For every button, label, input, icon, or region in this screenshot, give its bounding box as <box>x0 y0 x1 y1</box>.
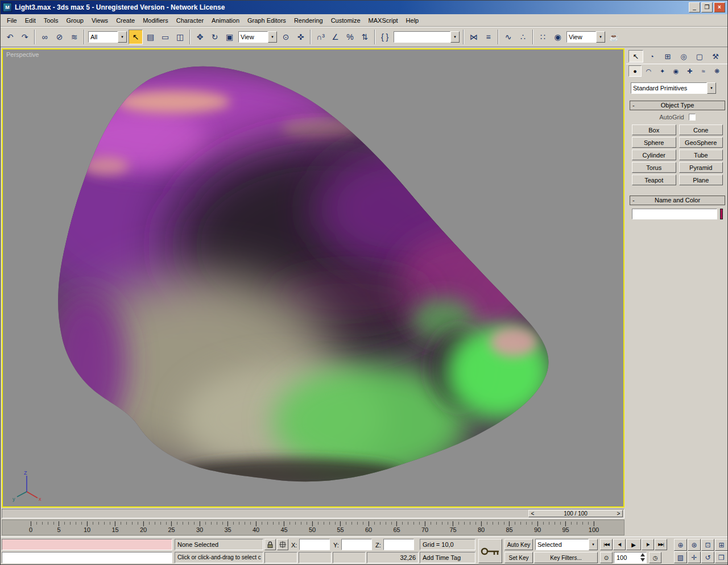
tab-modify[interactable]: ◔ <box>644 50 659 63</box>
menu-item-maxscript[interactable]: MAXScript <box>365 15 402 26</box>
min-max-toggle-button[interactable]: ❒ <box>715 551 728 563</box>
align-button[interactable]: ≡ <box>481 30 495 44</box>
key-step-toggle-button[interactable]: ⊙ <box>600 552 613 563</box>
open-curve-editor-button[interactable]: ∿ <box>501 30 515 44</box>
menu-item-tools[interactable]: Tools <box>40 15 63 26</box>
object-color-swatch[interactable] <box>720 209 723 219</box>
menu-item-group[interactable]: Group <box>62 15 88 26</box>
geosphere-button[interactable]: GeoSphere <box>679 137 723 148</box>
key-mode-dropdown[interactable]: Selected ▼ <box>535 539 598 550</box>
zoom-button[interactable]: ⊕ <box>674 539 687 551</box>
select-object-button[interactable]: ↖ <box>129 30 143 44</box>
pyramid-button[interactable]: Pyramid <box>679 162 723 173</box>
menu-item-edit[interactable]: Edit <box>21 15 40 26</box>
redo-button[interactable]: ↷ <box>18 30 32 44</box>
next-frame-button[interactable]: |▶ <box>642 539 654 550</box>
menu-item-views[interactable]: Views <box>88 15 112 26</box>
x-coordinate-field[interactable] <box>299 539 330 550</box>
select-and-move-button[interactable]: ✥ <box>193 30 207 44</box>
select-by-name-button[interactable]: ▤ <box>143 30 158 44</box>
angle-snap-toggle-button[interactable]: ∠ <box>328 30 342 44</box>
category-systems[interactable]: ❋ <box>710 65 723 77</box>
region-zoom-button[interactable]: ▧ <box>674 551 687 563</box>
tube-button[interactable]: Tube <box>679 149 723 160</box>
tab-display[interactable]: ▢ <box>692 50 707 63</box>
unlink-selection-button[interactable]: ⊘ <box>52 30 67 44</box>
chevron-down-icon[interactable]: ▼ <box>118 31 127 43</box>
add-time-tag[interactable]: Add Time Tag <box>420 552 475 563</box>
edit-named-selections-button[interactable]: { } <box>378 30 392 44</box>
time-slider[interactable]: < 100 / 100 > <box>2 509 624 518</box>
window-crossing-toggle-button[interactable]: ◫ <box>173 30 187 44</box>
previous-frame-button[interactable]: ◀| <box>613 539 626 550</box>
play-animation-button[interactable]: ▶ <box>626 539 641 550</box>
menu-item-animation[interactable]: Animation <box>208 15 243 26</box>
quick-render-button[interactable]: ☕ <box>607 30 621 44</box>
teapot-button[interactable]: Teapot <box>632 175 676 185</box>
track-bar[interactable]: 0510152025303540455055606570758085909510… <box>2 520 624 535</box>
go-to-end-button[interactable]: ▶▶| <box>655 539 667 550</box>
chevron-down-icon[interactable]: ▼ <box>450 31 460 43</box>
schematic-view-button[interactable]: ∴ <box>516 30 530 44</box>
spinner-snap-toggle-button[interactable]: ⇅ <box>358 30 372 44</box>
named-selection-sets-dropdown[interactable]: ▼ <box>394 31 460 43</box>
key-filters-button[interactable]: Key Filters... <box>534 552 598 563</box>
time-slider-prev-arrow[interactable]: < <box>529 510 536 517</box>
undo-button[interactable]: ↶ <box>3 30 17 44</box>
auto-key-button[interactable]: Auto Key <box>504 539 533 550</box>
z-coordinate-field[interactable] <box>383 539 414 550</box>
restore-button[interactable]: ❐ <box>701 2 713 13</box>
select-and-scale-button[interactable]: ▣ <box>222 30 237 44</box>
menu-item-graph-editors[interactable]: Graph Editors <box>243 15 290 26</box>
zoom-extents-button[interactable]: ⊡ <box>701 539 714 551</box>
menu-item-character[interactable]: Character <box>172 15 208 26</box>
use-pivot-point-center-button[interactable]: ⊙ <box>279 30 293 44</box>
zoom-all-button[interactable]: ⊛ <box>688 539 701 551</box>
maxscript-mini-listener[interactable] <box>2 552 172 563</box>
viewport-label[interactable]: Perspective <box>6 51 39 58</box>
frame-spinner[interactable] <box>639 552 646 563</box>
time-slider-next-arrow[interactable]: > <box>615 510 622 517</box>
chevron-down-icon[interactable]: ▼ <box>596 31 605 43</box>
material-editor-button[interactable]: ∷ <box>536 30 550 44</box>
name-and-color-rollout-header[interactable]: - Name and Color <box>630 196 725 205</box>
tab-motion[interactable]: ◎ <box>676 50 691 63</box>
select-and-manipulate-button[interactable]: ✜ <box>293 30 308 44</box>
torus-button[interactable]: Torus <box>632 162 676 173</box>
menu-item-modifiers[interactable]: Modifiers <box>139 15 172 26</box>
y-coordinate-field[interactable] <box>341 539 372 550</box>
snaps-toggle-button[interactable]: ∩³ <box>313 30 328 44</box>
selection-lock-toggle[interactable] <box>264 539 276 550</box>
minimize-button[interactable]: _ <box>689 2 700 13</box>
arc-rotate-button[interactable]: ↺ <box>701 551 714 563</box>
selection-filter-dropdown[interactable]: All▼ <box>88 31 127 43</box>
close-button[interactable]: × <box>714 2 725 13</box>
chevron-down-icon[interactable]: ▼ <box>268 31 277 43</box>
absolute-offset-mode-toggle[interactable] <box>277 539 288 550</box>
title-bar[interactable]: M Light3.max - 3ds max 5 - Unregistered … <box>1 1 727 14</box>
category-geometry[interactable]: ● <box>628 65 642 77</box>
rectangular-selection-region-button[interactable]: ▭ <box>158 30 172 44</box>
cylinder-button[interactable]: Cylinder <box>632 149 676 160</box>
menu-item-help[interactable]: Help <box>402 15 423 26</box>
rendered-mesh-object[interactable] <box>3 49 623 506</box>
tab-utilities[interactable]: ⚒ <box>708 50 723 63</box>
tab-create[interactable]: ↖ <box>628 50 643 63</box>
category-cameras[interactable]: ◉ <box>669 65 682 77</box>
time-configuration-button[interactable]: ◷ <box>649 552 661 563</box>
object-type-rollout-header[interactable]: - Object Type <box>630 101 725 110</box>
tab-hierarchy[interactable]: ⊞ <box>660 50 675 63</box>
menu-item-rendering[interactable]: Rendering <box>290 15 327 26</box>
bind-to-space-warp-button[interactable]: ≋ <box>67 30 81 44</box>
category-lights[interactable]: ✦ <box>656 65 669 77</box>
sphere-button[interactable]: Sphere <box>632 137 676 148</box>
category-shapes[interactable]: ◠ <box>642 65 655 77</box>
reference-coordinate-system-dropdown[interactable]: View▼ <box>238 31 277 43</box>
object-name-input[interactable] <box>632 209 717 219</box>
plane-button[interactable]: Plane <box>679 175 723 185</box>
maxscript-macro-recorder[interactable] <box>2 539 172 550</box>
menu-item-customize[interactable]: Customize <box>327 15 365 26</box>
primitive-category-dropdown[interactable]: Standard Primitives ▼ <box>631 82 716 94</box>
menu-item-file[interactable]: File <box>3 15 21 26</box>
percent-snap-toggle-button[interactable]: % <box>343 30 357 44</box>
